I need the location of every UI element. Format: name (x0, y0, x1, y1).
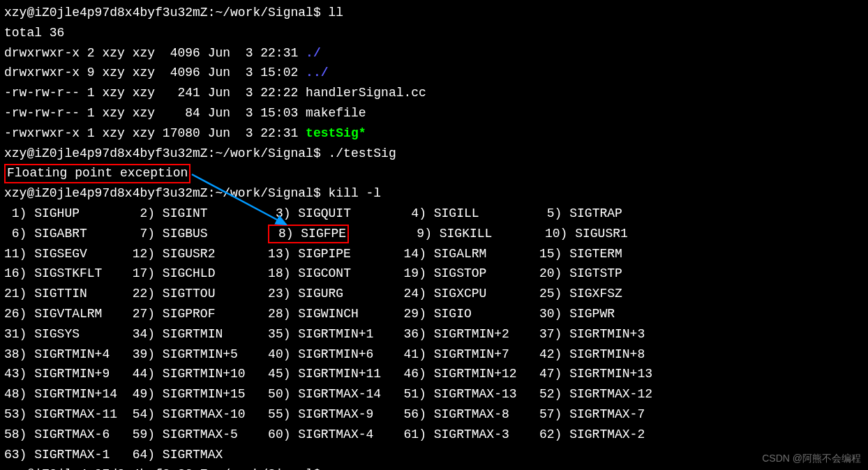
signal-entry: 49) SIGRTMIN+15 (133, 387, 246, 401)
signal-entry: 24) SIGXCPU (404, 287, 487, 301)
signal-entry: 59) SIGRTMAX-5 (133, 427, 238, 441)
shell-cwd: :~/work/Signal$ (208, 186, 321, 200)
signal-entry: 13) SIGPIPE (268, 247, 351, 261)
signal-entry: 29) SIGIO (404, 307, 472, 321)
signal-entry: 38) SIGRTMIN+4 (4, 347, 110, 361)
signal-entry: 11) SIGSEGV (4, 247, 87, 261)
signal-entry: 58) SIGRTMAX-6 (4, 427, 110, 441)
signal-entry: 36) SIGRTMIN+2 (404, 327, 509, 341)
ll-row: drwxrwxr-x 2 xzy xzy 4096 Jun 3 22:31 ./ (4, 43, 864, 63)
signal-entry: 19) SIGSTOP (404, 266, 487, 280)
signal-entry: 7) SIGBUS (133, 227, 208, 241)
signal-row: 6) SIGABRT 7) SIGBUS 8) SIGFPE 9) SIGKIL… (4, 224, 864, 244)
signal-entry: 37) SIGRTMIN+3 (539, 327, 645, 341)
signal-entry: 25) SIGXFSZ (539, 287, 622, 301)
signal-entry: 21) SIGTTIN (4, 287, 87, 301)
signal-entry: 4) SIGILL (404, 206, 479, 220)
signal-entry: 20) SIGTSTP (539, 266, 622, 280)
signal-entry: 18) SIGCONT (268, 266, 351, 280)
signal-entry: 22) SIGTTOU (133, 287, 216, 301)
signal-entry: 30) SIGPWR (539, 307, 615, 321)
signal-entry: 62) SIGRTMAX-2 (539, 427, 645, 441)
signal-entry: 55) SIGRTMAX-9 (268, 407, 373, 421)
watermark-text: CSDN @阿熊不会编程 (762, 450, 861, 466)
signal-entry: 23) SIGURG (268, 287, 343, 301)
signal-row: 63) SIGRTMAX-1 64) SIGRTMAX (4, 445, 864, 465)
signal-entry: 64) SIGRTMAX (133, 448, 223, 462)
signal-row: 43) SIGRTMIN+9 44) SIGRTMIN+10 45) SIGRT… (4, 364, 864, 384)
shell-cwd: :~/work/Signal$ (208, 6, 321, 20)
signal-entry: 42) SIGRTMIN+8 (539, 347, 645, 361)
signal-entry: 10) SIGUSR1 (545, 227, 628, 241)
command-kill-l: kill -l (329, 186, 382, 200)
ll-filename: makefile (306, 106, 366, 120)
ll-filename: testSig* (306, 126, 366, 140)
signal-entry: 35) SIGRTMIN+1 (268, 327, 373, 341)
signal-entry: 48) SIGRTMIN+14 (4, 387, 117, 401)
signal-entry: 17) SIGCHLD (133, 266, 216, 280)
shell-cwd: :~/work/Signal$ (208, 146, 321, 160)
signal-entry: 5) SIGTRAP (539, 206, 622, 220)
signal-entry: 63) SIGRTMAX-1 (4, 448, 110, 462)
signal-row: 1) SIGHUP 2) SIGINT 3) SIGQUIT 4) SIGILL… (4, 204, 864, 224)
signal-row: 31) SIGSYS 34) SIGRTMIN 35) SIGRTMIN+1 3… (4, 324, 864, 344)
signal-entry: 54) SIGRTMAX-10 (133, 407, 246, 421)
signal-entry: 12) SIGUSR2 (133, 247, 216, 261)
ll-total: total 36 (4, 23, 864, 43)
signal-entry: 45) SIGRTMIN+11 (268, 367, 381, 381)
command-ll: ll (329, 6, 344, 20)
signal-entry: 9) SIGKILL (410, 227, 493, 241)
signal-row: 48) SIGRTMIN+14 49) SIGRTMIN+15 50) SIGR… (4, 384, 864, 404)
shell-prompt: xzy@iZ0jle4p97d8x4byf3u32mZ (4, 6, 208, 20)
signal-row: 26) SIGVTALRM 27) SIGPROF 28) SIGWINCH 2… (4, 304, 864, 324)
signal-row: 53) SIGRTMAX-11 54) SIGRTMAX-10 55) SIGR… (4, 404, 864, 425)
signal-entry: 50) SIGRTMAX-14 (268, 387, 381, 401)
signal-row: 58) SIGRTMAX-6 59) SIGRTMAX-5 60) SIGRTM… (4, 425, 864, 445)
signal-entry: 40) SIGRTMIN+6 (268, 347, 373, 361)
signal-entry: 47) SIGRTMIN+13 (539, 367, 652, 381)
ll-filename: ./ (306, 46, 321, 60)
signal-entry: 28) SIGWINCH (268, 307, 359, 321)
error-message-box: Floating point exception (4, 164, 190, 183)
signal-entry: 60) SIGRTMAX-4 (268, 427, 373, 441)
signal-entry: 56) SIGRTMAX-8 (404, 407, 509, 421)
ll-row: -rwxrwxr-x 1 xzy xzy 17080 Jun 3 22:31 t… (4, 123, 864, 144)
signal-row: 38) SIGRTMIN+4 39) SIGRTMIN+5 40) SIGRTM… (4, 344, 864, 365)
signal-entry: 3) SIGQUIT (268, 206, 351, 220)
signal-row: 11) SIGSEGV 12) SIGUSR2 13) SIGPIPE 14) … (4, 244, 864, 264)
signal-entry: 52) SIGRTMAX-12 (539, 387, 652, 401)
shell-prompt: xzy@iZ0jle4p97d8x4byf3u32mZ (4, 467, 208, 470)
ll-row: drwxrwxr-x 9 xzy xzy 4096 Jun 3 15:02 ..… (4, 63, 864, 83)
signal-entry: 39) SIGRTMIN+5 (133, 347, 238, 361)
signal-entry: 15) SIGTERM (539, 247, 622, 261)
signal-entry: 53) SIGRTMAX-11 (4, 407, 117, 421)
signal-entry: 31) SIGSYS (4, 327, 80, 341)
ll-row: -rw-rw-r-- 1 xzy xzy 84 Jun 3 15:03 make… (4, 103, 864, 123)
signal-entry: 41) SIGRTMIN+7 (404, 347, 509, 361)
signal-entry: 2) SIGINT (133, 206, 208, 220)
signal-entry: 27) SIGPROF (133, 307, 216, 321)
signal-entry: 26) SIGVTALRM (4, 307, 102, 321)
signal-entry-highlight: 8) SIGFPE (268, 225, 349, 243)
ll-filename: handlerSignal.cc (306, 86, 426, 100)
signal-entry: 34) SIGRTMIN (133, 327, 223, 341)
signal-entry: 43) SIGRTMIN+9 (4, 367, 110, 381)
terminal-output: xzy@iZ0jle4p97d8x4byf3u32mZ:~/work/Signa… (4, 3, 864, 470)
signal-entry: 6) SIGABRT (4, 227, 87, 241)
signal-entry: 44) SIGRTMIN+10 (133, 367, 246, 381)
shell-prompt: xzy@iZ0jle4p97d8x4byf3u32mZ (4, 146, 208, 160)
signal-entry: 1) SIGHUP (4, 206, 80, 220)
command-testsig: ./testSig (329, 146, 396, 160)
shell-prompt: xzy@iZ0jle4p97d8x4byf3u32mZ (4, 186, 208, 200)
shell-cwd: :~/work/Signal$ (208, 467, 321, 470)
signal-entry: 57) SIGRTMAX-7 (539, 407, 645, 421)
signal-entry: 51) SIGRTMAX-13 (404, 387, 517, 401)
signal-entry: 46) SIGRTMIN+12 (404, 367, 517, 381)
ll-row: -rw-rw-r-- 1 xzy xzy 241 Jun 3 22:22 han… (4, 83, 864, 103)
signal-entry: 16) SIGSTKFLT (4, 266, 102, 280)
signal-entry: 14) SIGALRM (404, 247, 487, 261)
ll-filename: ../ (306, 66, 328, 79)
signal-row: 21) SIGTTIN 22) SIGTTOU 23) SIGURG 24) S… (4, 284, 864, 304)
signal-row: 16) SIGSTKFLT 17) SIGCHLD 18) SIGCONT 19… (4, 264, 864, 284)
signal-entry: 61) SIGRTMAX-3 (404, 427, 509, 441)
